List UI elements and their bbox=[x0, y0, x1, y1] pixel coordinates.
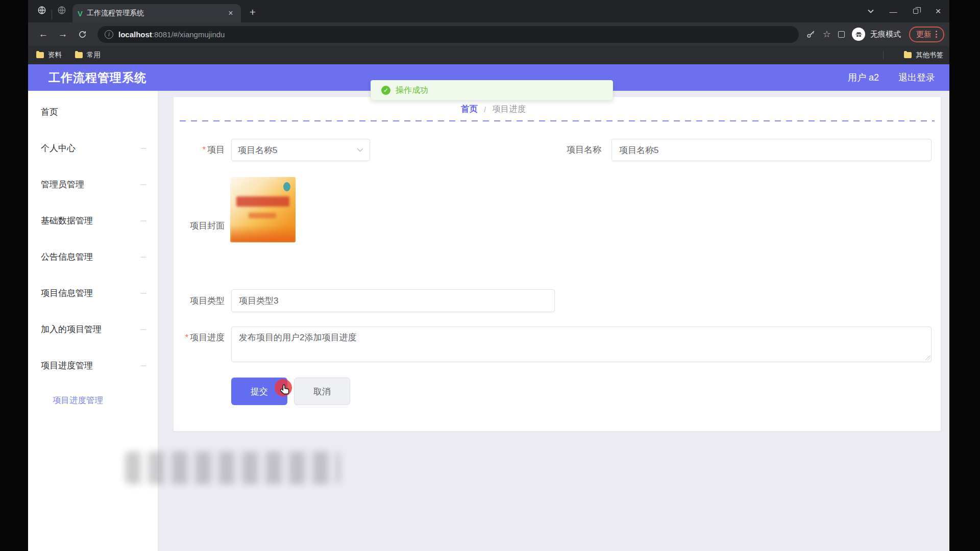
project-progress-textarea[interactable]: 发布项目的用户2添加项目进度 bbox=[231, 327, 932, 362]
pinned-tabs bbox=[28, 0, 70, 22]
new-tab-button[interactable]: + bbox=[245, 5, 260, 20]
toolbar-icons: ☆ 无痕模式 更新 bbox=[806, 27, 944, 42]
back-button[interactable]: ← bbox=[35, 26, 52, 42]
project-progress-label: *项目进度 bbox=[174, 333, 225, 343]
current-user-label: 用户 a2 bbox=[848, 71, 879, 84]
bookmarks-bar: 资料 常用 其他书签 bbox=[28, 46, 949, 64]
project-name-label: 项目名称 bbox=[520, 139, 601, 161]
breadcrumb-separator: / bbox=[484, 105, 486, 114]
sidebar-item-project-info-mgmt[interactable]: 项目信息管理 bbox=[28, 275, 158, 311]
chevron-collapse-icon bbox=[140, 148, 146, 149]
bookmarks-divider bbox=[883, 51, 884, 60]
chevron-collapse-icon bbox=[140, 293, 146, 294]
breadcrumb-current: 项目进度 bbox=[492, 104, 526, 115]
update-menu-button[interactable]: 更新 bbox=[909, 27, 944, 42]
sidebar-item-admin-mgmt[interactable]: 管理员管理 bbox=[28, 166, 158, 203]
dashed-divider bbox=[180, 120, 935, 121]
sidebar-item-home[interactable]: 首页 bbox=[28, 94, 158, 130]
side-panel-icon[interactable] bbox=[838, 31, 845, 38]
cancel-button[interactable]: 取消 bbox=[294, 378, 350, 405]
project-label: *项目 bbox=[174, 139, 225, 161]
success-toast: ✓ 操作成功 bbox=[371, 80, 613, 101]
chevron-collapse-icon bbox=[140, 329, 146, 330]
bookmark-star-icon[interactable]: ☆ bbox=[823, 29, 831, 40]
browser-titlebar: V 工作流程管理系统 × + — × bbox=[28, 0, 949, 22]
sidebar-item-joined-project-mgmt[interactable]: 加入的项目管理 bbox=[28, 311, 158, 347]
chevron-down-icon bbox=[868, 9, 874, 13]
logout-link[interactable]: 退出登录 bbox=[898, 71, 935, 84]
hand-cursor-icon bbox=[280, 384, 291, 398]
chevron-collapse-icon bbox=[140, 257, 146, 258]
pinned-tab-2[interactable] bbox=[53, 3, 70, 20]
tab-title: 工作流程管理系统 bbox=[87, 9, 226, 18]
chevron-collapse-icon bbox=[140, 365, 146, 366]
app-title: 工作流程管理系统 bbox=[48, 70, 146, 86]
chevron-collapse-icon bbox=[140, 220, 146, 221]
password-key-icon[interactable] bbox=[806, 30, 816, 39]
project-select[interactable]: 项目名称5 bbox=[231, 139, 370, 161]
textarea-resize-handle[interactable] bbox=[925, 355, 930, 360]
sidebar-item-notice-mgmt[interactable]: 公告信息管理 bbox=[28, 239, 158, 275]
desktop: V 工作流程管理系统 × + — × ← → i localhost:8081/… bbox=[0, 0, 980, 551]
tab-close-icon[interactable]: × bbox=[226, 9, 236, 18]
sidebar-item-basic-data-mgmt[interactable]: 基础数据管理 bbox=[28, 203, 158, 239]
reload-button[interactable] bbox=[74, 26, 90, 42]
globe-icon bbox=[37, 6, 46, 17]
address-bar[interactable]: i localhost:8081/#/xiangmujindu bbox=[97, 26, 799, 43]
project-cover-image[interactable] bbox=[230, 177, 296, 242]
close-window-button[interactable]: × bbox=[927, 0, 949, 22]
browser-toolbar: ← → i localhost:8081/#/xiangmujindu ☆ 无痕… bbox=[28, 22, 949, 46]
tab-search-button[interactable] bbox=[860, 0, 882, 22]
bookmark-folder-ziliao[interactable]: 资料 bbox=[36, 51, 62, 60]
forward-button[interactable]: → bbox=[55, 26, 71, 42]
sidebar-item-personal-center[interactable]: 个人中心 bbox=[28, 130, 158, 166]
restore-icon bbox=[913, 9, 918, 14]
bookmark-folder-changyong[interactable]: 常用 bbox=[75, 51, 101, 60]
breadcrumb-home-link[interactable]: 首页 bbox=[461, 104, 478, 115]
success-check-icon: ✓ bbox=[381, 86, 390, 95]
globe-icon bbox=[57, 6, 66, 17]
chevron-collapse-icon bbox=[140, 184, 146, 185]
project-cover-label: 项目封面 bbox=[174, 220, 225, 232]
folder-icon bbox=[904, 52, 912, 58]
reload-icon bbox=[78, 30, 87, 39]
kebab-menu-icon bbox=[936, 31, 937, 38]
sidebar-subitem-project-progress-mgmt-active[interactable]: 项目进度管理 bbox=[28, 384, 158, 417]
url-path: :8081/#/xiangmujindu bbox=[152, 30, 225, 39]
sidebar-item-project-progress-mgmt[interactable]: 项目进度管理 bbox=[28, 347, 158, 384]
project-type-input[interactable] bbox=[231, 289, 555, 312]
url-host: localhost bbox=[118, 30, 152, 39]
url-text: localhost:8081/#/xiangmujindu bbox=[118, 30, 225, 39]
incognito-label: 无痕模式 bbox=[870, 30, 901, 39]
restore-button[interactable] bbox=[904, 0, 927, 22]
other-bookmarks-button[interactable]: 其他书签 bbox=[904, 51, 943, 60]
incognito-icon bbox=[852, 28, 865, 41]
blurred-watermark bbox=[125, 452, 340, 484]
project-type-label: 项目类型 bbox=[174, 289, 225, 312]
vue-favicon-icon: V bbox=[78, 9, 87, 18]
active-tab[interactable]: V 工作流程管理系统 × bbox=[72, 4, 241, 22]
folder-icon bbox=[75, 52, 83, 58]
chevron-down-icon bbox=[357, 148, 363, 152]
folder-icon bbox=[36, 52, 44, 58]
pinned-tab-1[interactable] bbox=[33, 3, 51, 20]
tab-divider bbox=[52, 10, 52, 20]
project-name-input[interactable] bbox=[611, 139, 932, 161]
breadcrumb: 首页 / 项目进度 bbox=[461, 104, 526, 115]
page-info-icon[interactable]: i bbox=[105, 30, 113, 39]
minimize-button[interactable]: — bbox=[882, 0, 904, 22]
success-toast-text: 操作成功 bbox=[396, 85, 428, 96]
